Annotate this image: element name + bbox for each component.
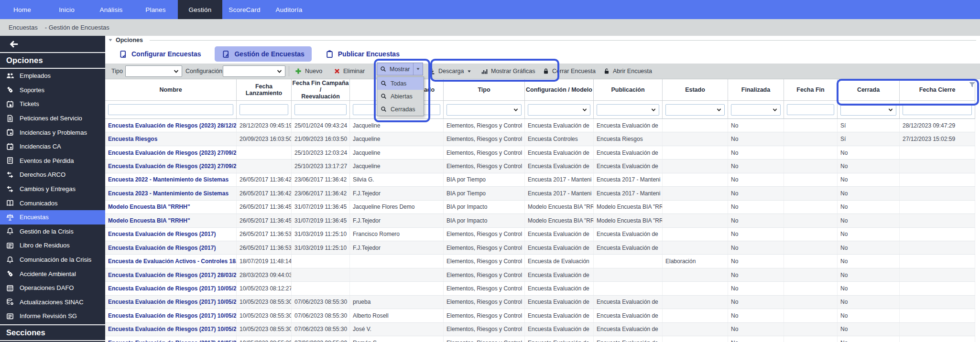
- survey-name-link[interactable]: Encuesta de Evaluación Activos - Control…: [105, 255, 237, 267]
- configuracion-select[interactable]: [223, 65, 285, 77]
- sidebar-collapse-button[interactable]: [0, 36, 105, 53]
- table-row[interactable]: Modelo Encuesta BIA "RRHH"26/05/2017 11:…: [105, 214, 975, 227]
- survey-name-link[interactable]: Encuesta Evaluación de Riesgos (2023) 27…: [105, 146, 237, 159]
- survey-name-link[interactable]: Encuesta Evaluación de Riesgos (2017) 10…: [105, 323, 237, 336]
- cerrar-encuesta-button[interactable]: Cerrar Encuesta: [543, 64, 596, 79]
- column-header-fecha-lanzamiento[interactable]: Fecha Lanzamiento: [237, 79, 292, 101]
- column-header-finalizada[interactable]: Finalizada: [728, 79, 784, 101]
- table-row[interactable]: Encuesta Evaluación de Riesgos (2017)26/…: [105, 228, 975, 241]
- table-row[interactable]: Encuesta Evaluación de Riesgos (2017) 10…: [105, 336, 975, 342]
- survey-name-link[interactable]: Encuesta Evaluación de Riesgos (2017): [105, 228, 237, 241]
- filter-input-fecha-fin[interactable]: [787, 104, 834, 115]
- mostrar-graficas-button[interactable]: Mostrar Gráficas: [481, 64, 535, 79]
- sidebar-item-comunicacion-de-la-crisis[interactable]: Comunicación de la Crisis: [0, 253, 105, 267]
- sidebar-item-soportes[interactable]: Soportes: [0, 83, 105, 97]
- mostrar-menu-item-abiertas[interactable]: Abiertas: [377, 90, 424, 103]
- table-row[interactable]: Encuesta Evaluación de Riesgos (2023) 27…: [105, 160, 975, 173]
- table-row[interactable]: Encuesta Evaluación de Riesgos (2017) 10…: [105, 323, 975, 336]
- table-row[interactable]: Encuesta 2023 - Mantenimiento de Sistema…: [105, 187, 975, 200]
- survey-name-link[interactable]: Encuesta Evaluación de Riesgos (2017) 28…: [105, 268, 237, 281]
- table-row[interactable]: Encuesta Evaluación de Riesgos (2023) 28…: [105, 119, 975, 132]
- sidebar-item-eventos-de-perdida[interactable]: Eventos de Pérdida: [0, 154, 105, 168]
- descarga-button[interactable]: Descarga: [428, 64, 471, 79]
- sidebar-item-cambios-y-entregas[interactable]: Cambios y Entregas: [0, 182, 105, 196]
- nav-tab-home[interactable]: Home: [0, 0, 44, 19]
- filter-select-configuracion-modelo[interactable]: [528, 104, 590, 116]
- table-row[interactable]: Encuesta Evaluación de Riesgos (2017) 10…: [105, 296, 975, 309]
- tab-configurar-encuestas[interactable]: Configurar Encuestas: [112, 46, 208, 62]
- table-row[interactable]: Encuesta Evaluación de Riesgos (2017)26/…: [105, 241, 975, 255]
- sidebar-item-incidencias-y-problemas[interactable]: Incidencias y Problemas: [0, 125, 105, 139]
- filter-funnel-icon[interactable]: [969, 81, 976, 88]
- survey-name-link[interactable]: Encuesta Evaluación de Riesgos (2017) 10…: [105, 282, 237, 295]
- survey-name-link[interactable]: Encuesta Evaluación de Riesgos (2023) 27…: [105, 160, 237, 172]
- filter-input-nombre[interactable]: [108, 104, 233, 115]
- survey-name-link[interactable]: Encuesta Riesgos: [105, 132, 237, 145]
- sidebar-item-tickets[interactable]: Tickets: [0, 97, 105, 111]
- mostrar-dropdown-button[interactable]: Mostrar: [377, 63, 423, 75]
- filter-select-finalizada[interactable]: [731, 104, 781, 116]
- survey-name-link[interactable]: Modelo Encuesta BIA "RRHH": [105, 201, 237, 214]
- collapse-triangle-icon[interactable]: [108, 38, 113, 43]
- nav-tab-analisis[interactable]: Análisis: [89, 0, 133, 19]
- eliminar-button[interactable]: Eliminar: [334, 64, 365, 79]
- sidebar-item-comunicados[interactable]: Comunicados: [0, 196, 105, 210]
- sidebar-item-operaciones-dafo[interactable]: Operaciones DAFO: [0, 281, 105, 295]
- column-header-fecha-cierre[interactable]: Fecha Cierre: [900, 79, 975, 101]
- column-header-fecha-fin[interactable]: Fecha Fin: [784, 79, 838, 101]
- nav-tab-auditoria[interactable]: Auditoría: [267, 0, 311, 19]
- column-header-fecha-fin-campana-reevaluacion[interactable]: Fecha Fin Campaña / Reevaluación: [292, 79, 350, 101]
- nav-tab-planes[interactable]: Planes: [133, 0, 178, 19]
- sidebar-item-actualizaciones-sinac[interactable]: Actualizaciones SINAC: [0, 295, 105, 310]
- table-row[interactable]: Encuesta 2022 - Mantenimiento de Sistema…: [105, 173, 975, 187]
- abrir-encuesta-button[interactable]: Abrir Encuesta: [603, 64, 652, 79]
- filter-select-estado[interactable]: [665, 104, 725, 116]
- sidebar-item-accidente-ambiental[interactable]: Accidente Ambiental: [0, 267, 105, 281]
- survey-name-link[interactable]: Encuesta 2023 - Mantenimiento de Sistema…: [105, 187, 237, 200]
- table-row[interactable]: Encuesta Evaluación de Riesgos (2023) 27…: [105, 146, 975, 160]
- table-row[interactable]: Encuesta de Evaluación Activos - Control…: [105, 255, 975, 268]
- filter-select-cerrada[interactable]: [840, 104, 896, 116]
- survey-name-link[interactable]: Modelo Encuesta BIA "RRHH": [105, 214, 237, 227]
- filter-select-tipo[interactable]: [446, 104, 522, 116]
- sidebar-item-encuestas[interactable]: Encuestas: [0, 210, 105, 224]
- mostrar-menu-item-cerradas[interactable]: Cerradas: [377, 103, 424, 116]
- mostrar-menu-item-todas[interactable]: Todas: [377, 77, 424, 90]
- column-header-publicacion[interactable]: Publicación: [594, 79, 663, 101]
- column-header-tipo[interactable]: Tipo: [444, 79, 525, 101]
- sidebar-item-informe-revision-sg[interactable]: Informe Revisión SG: [0, 309, 105, 323]
- sidebar-item-peticiones-del-servicio[interactable]: Peticiones del Servicio: [0, 111, 105, 126]
- nav-tab-inicio[interactable]: Inicio: [44, 0, 89, 19]
- survey-name-link[interactable]: Encuesta 2022 - Mantenimiento de Sistema…: [105, 173, 237, 186]
- nav-tab-gestion[interactable]: Gestión: [178, 0, 222, 19]
- survey-name-link[interactable]: Encuesta Evaluación de Riesgos (2017) 10…: [105, 296, 237, 309]
- survey-name-link[interactable]: Encuesta Evaluación de Riesgos (2017): [105, 241, 237, 254]
- filter-input-fecha-lanzamiento[interactable]: [240, 104, 288, 115]
- table-row[interactable]: Encuesta Evaluación de Riesgos (2017) 10…: [105, 309, 975, 322]
- sidebar-item-incidencias-ca[interactable]: Incidencias CA: [0, 139, 105, 154]
- tipo-select[interactable]: [125, 65, 182, 77]
- column-header-cerrada[interactable]: Cerrada: [838, 79, 900, 101]
- column-header-nombre[interactable]: Nombre: [105, 79, 237, 101]
- book-check-icon: [119, 50, 127, 58]
- sidebar-item-derechos-arco[interactable]: Derechos ARCO: [0, 168, 105, 182]
- sidebar-item-libro-de-residuos[interactable]: Libro de Residuos: [0, 238, 105, 253]
- column-header-configuracion-modelo[interactable]: Configuración / Modelo: [525, 79, 594, 101]
- survey-name-link[interactable]: Encuesta Evaluación de Riesgos (2017) 10…: [105, 336, 237, 342]
- sidebar-item-gestion-de-la-crisis[interactable]: Gestión de la Crisis: [0, 224, 105, 239]
- nuevo-button[interactable]: Nuevo: [294, 64, 322, 79]
- filter-input-fecha-cierre[interactable]: [903, 104, 972, 115]
- tab-publicar-encuestas[interactable]: Publicar Encuestas: [318, 46, 407, 62]
- table-row[interactable]: Encuesta Evaluación de Riesgos (2017) 10…: [105, 282, 975, 295]
- filter-select-publicacion[interactable]: [597, 104, 659, 116]
- sidebar-item-empleados[interactable]: Empleados: [0, 69, 105, 83]
- table-row[interactable]: Modelo Encuesta BIA "RRHH"26/05/2017 11:…: [105, 201, 975, 214]
- column-header-estado[interactable]: Estado: [663, 79, 728, 101]
- filter-input-fecha-fin-campana-reevaluacion[interactable]: [294, 104, 347, 115]
- nav-tab-scorecard[interactable]: ScoreCard: [222, 0, 267, 19]
- tab-gestion-de-encuestas[interactable]: Gestión de Encuestas: [215, 46, 311, 62]
- table-row[interactable]: Encuesta Riesgos20/09/2023 16:03:5021/09…: [105, 132, 975, 146]
- table-row[interactable]: Encuesta Evaluación de Riesgos (2017) 28…: [105, 268, 975, 282]
- survey-name-link[interactable]: Encuesta Evaluación de Riesgos (2023) 28…: [105, 119, 237, 132]
- survey-name-link[interactable]: Encuesta Evaluación de Riesgos (2017) 10…: [105, 309, 237, 322]
